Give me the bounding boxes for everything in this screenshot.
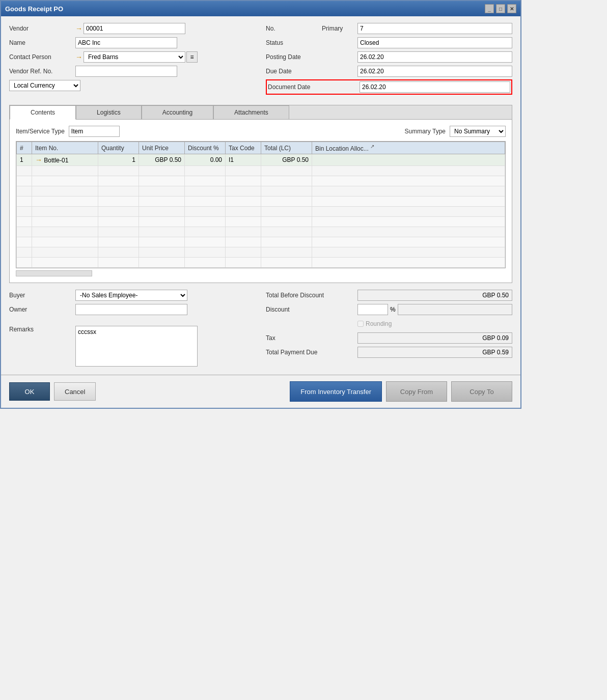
buyer-row: Buyer -No Sales Employee-	[9, 289, 256, 301]
data-table-container: # Item No. Quantity Unit Price Discount …	[16, 141, 506, 268]
discount-label: Discount	[266, 306, 357, 313]
remarks-label: Remarks	[9, 326, 75, 333]
cancel-button[interactable]: Cancel	[54, 382, 96, 401]
due-date-row: Due Date	[266, 65, 512, 77]
posting-date-row: Posting Date	[266, 51, 512, 63]
vendor-input[interactable]	[84, 23, 185, 34]
summary-section: Summary Type No Summary	[405, 126, 506, 137]
tax-row: Tax	[266, 332, 512, 344]
percent-sign: %	[390, 306, 396, 313]
contact-select[interactable]: Fred Barns	[84, 51, 185, 63]
vendor-label: Vendor	[9, 25, 75, 32]
status-row: Status	[266, 37, 512, 49]
row-quantity: 1	[98, 154, 139, 166]
due-date-input[interactable]	[357, 66, 512, 77]
contact-arrow-icon: →	[75, 53, 82, 61]
table-row: 1 → Bottle-01 1 GBP 0.50 0.00 I1 GBP 0.5…	[17, 154, 505, 166]
from-inventory-transfer-button[interactable]: From Inventory Transfer	[290, 381, 382, 402]
window-title: Goods Receipt PO	[5, 5, 63, 13]
summary-type-select[interactable]: No Summary	[450, 126, 506, 137]
col-header-discount: Discount %	[185, 142, 226, 154]
contact-info-button[interactable]: ≡	[186, 51, 198, 63]
tab-content-contents: Item/Service Type Summary Type No Summar…	[10, 119, 512, 283]
name-input[interactable]	[75, 37, 177, 48]
item-service-type-input[interactable]	[69, 126, 120, 137]
left-fields: Vendor → Name Contact Person → Fred Barn…	[9, 22, 256, 97]
rounding-text: Rounding	[366, 320, 392, 327]
table-header-row: # Item No. Quantity Unit Price Discount …	[17, 142, 505, 154]
horizontal-scrollbar[interactable]	[16, 270, 92, 276]
posting-date-label: Posting Date	[266, 53, 322, 61]
contact-dropdown: Fred Barns ≡	[84, 51, 198, 63]
tab-accounting[interactable]: Accounting	[142, 105, 213, 119]
total-before-discount-row: Total Before Discount	[266, 289, 512, 301]
tab-logistics[interactable]: Logistics	[76, 105, 142, 119]
copy-to-button[interactable]: Copy To	[451, 381, 512, 402]
total-payment-due-row: Total Payment Due	[266, 346, 512, 358]
total-before-discount-label: Total Before Discount	[266, 292, 357, 299]
maximize-button[interactable]: □	[496, 4, 505, 13]
currency-select[interactable]: Local Currency	[9, 80, 80, 91]
document-date-label: Document Date	[268, 83, 324, 91]
buyer-select[interactable]: -No Sales Employee-	[75, 290, 187, 301]
contact-label: Contact Person	[9, 53, 75, 61]
minimize-button[interactable]: _	[485, 4, 494, 13]
row-bin-location	[312, 154, 505, 166]
remarks-textarea[interactable]: cccssx	[75, 326, 198, 367]
total-payment-due-input	[357, 347, 512, 358]
external-link-icon[interactable]: ↗	[370, 144, 374, 149]
ok-button[interactable]: OK	[9, 382, 50, 401]
no-row: No. Primary	[266, 22, 512, 35]
no-input[interactable]	[357, 23, 512, 34]
table-empty-row	[17, 258, 505, 268]
table-empty-row	[17, 166, 505, 176]
table-empty-row	[17, 237, 505, 247]
row-item-no: → Bottle-01	[32, 154, 98, 166]
table-empty-row	[17, 197, 505, 207]
no-label: No.	[266, 25, 322, 32]
table-empty-row	[17, 217, 505, 227]
vendor-ref-label: Vendor Ref. No.	[9, 68, 75, 75]
header-section: Vendor → Name Contact Person → Fred Barn…	[9, 22, 512, 97]
title-bar: Goods Receipt PO _ □ ✕	[1, 1, 520, 16]
item-service-type-label: Item/Service Type	[16, 128, 65, 135]
owner-input[interactable]	[75, 304, 187, 315]
col-header-unit-price: Unit Price	[139, 142, 185, 154]
buyer-label: Buyer	[9, 292, 75, 299]
col-header-total-lc: Total (LC)	[261, 142, 312, 154]
items-table: # Item No. Quantity Unit Price Discount …	[16, 142, 505, 268]
contents-toolbar: Item/Service Type Summary Type No Summar…	[16, 126, 506, 137]
vendor-ref-input[interactable]	[75, 66, 177, 77]
rounding-row: Rounding	[266, 318, 512, 330]
vendor-arrow-icon: →	[75, 24, 82, 33]
tab-contents[interactable]: Contents	[10, 105, 76, 120]
col-header-bin-location: Bin Location Alloc... ↗	[312, 142, 505, 154]
col-header-hash: #	[17, 142, 32, 154]
bottom-right-fields: Total Before Discount Discount % Roundin…	[266, 289, 512, 369]
button-bar: OK Cancel From Inventory Transfer Copy F…	[1, 375, 520, 408]
tab-attachments[interactable]: Attachments	[213, 105, 289, 119]
row-hash: 1	[17, 154, 32, 166]
row-discount: 0.00	[185, 154, 226, 166]
discount-input[interactable]	[357, 304, 388, 315]
table-body: 1 → Bottle-01 1 GBP 0.50 0.00 I1 GBP 0.5…	[17, 154, 505, 268]
window-controls: _ □ ✕	[485, 4, 516, 13]
bottom-fields: Buyer -No Sales Employee- Owner Remarks …	[9, 289, 512, 369]
currency-row: Local Currency	[9, 79, 256, 92]
status-input	[357, 37, 512, 48]
close-button[interactable]: ✕	[507, 4, 516, 13]
tabs-header: Contents Logistics Accounting Attachment…	[10, 105, 512, 119]
document-date-input[interactable]	[360, 81, 510, 93]
summary-type-label: Summary Type	[405, 128, 446, 135]
summary-dropdown: No Summary	[450, 126, 506, 137]
item-service-type-field: Item/Service Type	[16, 126, 120, 137]
bottom-left-fields: Buyer -No Sales Employee- Owner Remarks …	[9, 289, 256, 369]
rounding-checkbox[interactable]	[357, 321, 364, 327]
table-empty-row	[17, 227, 505, 237]
row-tax-code: I1	[226, 154, 261, 166]
copy-from-button[interactable]: Copy From	[386, 381, 447, 402]
remarks-row: Remarks cccssx	[9, 326, 256, 367]
rounding-label: Rounding	[357, 320, 392, 327]
name-row: Name	[9, 37, 256, 49]
posting-date-input[interactable]	[357, 51, 512, 63]
